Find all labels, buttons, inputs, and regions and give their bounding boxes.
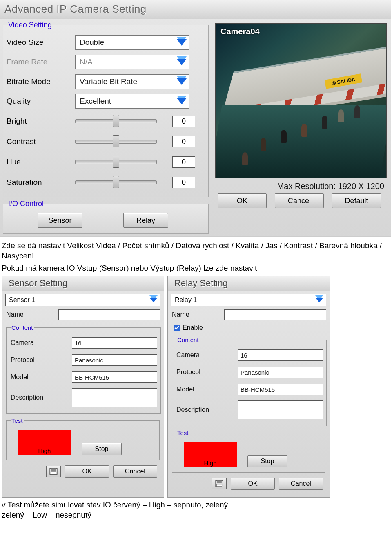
sensor-description-label: Description bbox=[11, 394, 72, 401]
sensor-camera-label: Camera bbox=[11, 339, 72, 347]
relay-enable-checkbox[interactable] bbox=[174, 325, 180, 331]
sensor-setting-dialog: Sensor Setting Sensor 1 Name Content Cam… bbox=[2, 276, 164, 498]
camera-preview: ◎ SALIDA Camera04 bbox=[215, 23, 387, 178]
video-setting-legend: Video Setting bbox=[7, 21, 53, 29]
relay-select[interactable]: Relay 1 bbox=[171, 294, 326, 306]
video-size-value: Double bbox=[80, 38, 104, 47]
bitrate-mode-value: Variable Bit Rate bbox=[80, 77, 137, 86]
relay-title: Relay Setting bbox=[168, 276, 330, 291]
sensor-model-label: Model bbox=[11, 373, 72, 381]
bright-label: Bright bbox=[7, 117, 75, 126]
relay-ok-button[interactable]: OK bbox=[231, 478, 275, 490]
svg-rect-1 bbox=[51, 469, 56, 471]
saturation-label: Saturation bbox=[7, 178, 75, 187]
relay-model-label: Model bbox=[176, 386, 238, 393]
sensor-protocol-label: Protocol bbox=[11, 356, 72, 364]
sensor-title: Sensor Setting bbox=[2, 276, 164, 291]
sensor-model-value: BB-HCM515 bbox=[72, 371, 157, 383]
quality-value: Excellent bbox=[80, 97, 111, 106]
relay-description-input[interactable] bbox=[238, 400, 323, 419]
sensor-protocol-value: Panasonic bbox=[72, 354, 157, 366]
chevron-down-icon bbox=[315, 298, 323, 302]
cancel-button[interactable]: Cancel bbox=[275, 193, 324, 208]
ok-button[interactable]: OK bbox=[218, 193, 267, 208]
relay-cancel-button[interactable]: Cancel bbox=[279, 478, 323, 490]
sensor-test-legend: Test bbox=[11, 417, 24, 424]
chevron-down-icon bbox=[177, 98, 187, 104]
relay-test-legend: Test bbox=[176, 429, 189, 436]
sensor-ok-button[interactable]: OK bbox=[65, 465, 109, 478]
bottom-paragraph-1: v Test můžete simulovat stav IO červený … bbox=[2, 500, 390, 510]
relay-camera-label: Camera bbox=[176, 351, 238, 359]
hue-value[interactable]: 0 bbox=[172, 156, 195, 168]
frame-rate-dropdown[interactable]: N/A bbox=[75, 55, 189, 69]
relay-model-value: BB-HCM515 bbox=[238, 384, 323, 395]
bright-value[interactable]: 0 bbox=[172, 116, 195, 127]
default-button[interactable]: Default bbox=[332, 193, 381, 208]
sensor-cancel-button[interactable]: Cancel bbox=[113, 465, 157, 478]
bitrate-mode-label: Bitrate Mode bbox=[7, 77, 75, 86]
relay-enable-label: Enable bbox=[183, 324, 203, 331]
save-icon[interactable] bbox=[46, 466, 61, 477]
relay-name-label: Name bbox=[172, 311, 224, 318]
sensor-name-label: Name bbox=[6, 311, 58, 318]
relay-stop-button[interactable]: Stop bbox=[247, 455, 287, 467]
io-control-legend: I/O Control bbox=[7, 200, 45, 208]
sensor-camera-value: 16 bbox=[72, 337, 157, 349]
adv-title: Advanced IP Camera Setting bbox=[0, 0, 391, 19]
relay-test-group: Test High Stop bbox=[172, 429, 325, 473]
saturation-value[interactable]: 0 bbox=[172, 177, 195, 188]
hue-label: Hue bbox=[7, 158, 75, 167]
description-paragraph-2: Pokud má kamera IO Vstup (Sensor) nebo V… bbox=[0, 263, 392, 276]
frame-rate-value: N/A bbox=[80, 58, 93, 67]
sensor-stop-button[interactable]: Stop bbox=[82, 443, 122, 455]
relay-protocol-value: Panasonic bbox=[238, 367, 323, 378]
sensor-content-legend: Content bbox=[11, 324, 34, 331]
chevron-down-icon bbox=[149, 298, 158, 302]
bright-slider[interactable] bbox=[75, 116, 157, 127]
relay-camera-value: 16 bbox=[238, 349, 323, 361]
save-icon[interactable] bbox=[212, 478, 227, 489]
contrast-label: Contrast bbox=[7, 137, 75, 146]
bottom-paragraph-2: zelený – Low – nesepnutý bbox=[2, 510, 390, 520]
contrast-value[interactable]: 0 bbox=[172, 136, 195, 147]
video-size-label: Video Size bbox=[7, 38, 75, 47]
svg-rect-4 bbox=[217, 481, 222, 483]
chevron-down-icon bbox=[177, 59, 187, 65]
relay-protocol-label: Protocol bbox=[176, 369, 238, 376]
relay-test-indicator: High bbox=[184, 442, 237, 467]
sensor-content-group: Content Camera 16 Protocol Panasonic Mod… bbox=[6, 324, 161, 414]
svg-rect-2 bbox=[51, 472, 56, 474]
relay-description-label: Description bbox=[176, 406, 238, 413]
relay-setting-dialog: Relay Setting Relay 1 Name Enable Conten… bbox=[167, 276, 330, 498]
sensor-description-input[interactable] bbox=[72, 388, 157, 407]
quality-label: Quality bbox=[7, 97, 75, 106]
sensor-test-group: Test High Stop bbox=[6, 417, 160, 460]
sensor-test-indicator: High bbox=[18, 430, 71, 455]
saturation-slider[interactable] bbox=[75, 177, 157, 188]
hue-slider[interactable] bbox=[75, 156, 157, 168]
frame-rate-label: Frame Rate bbox=[7, 58, 75, 67]
quality-dropdown[interactable]: Excellent bbox=[75, 94, 189, 109]
io-control-group: I/O Control Sensor Relay bbox=[3, 200, 209, 234]
relay-select-value: Relay 1 bbox=[175, 296, 197, 304]
adv-ip-camera-window: Advanced IP Camera Setting Video Setting… bbox=[0, 0, 391, 237]
description-paragraph-1: Zde se dá nastavit Velikost Videa / Poče… bbox=[0, 237, 392, 263]
contrast-slider[interactable] bbox=[75, 136, 157, 147]
sensor-name-input[interactable] bbox=[58, 309, 160, 320]
relay-content-legend: Content bbox=[176, 336, 200, 343]
sensor-select[interactable]: Sensor 1 bbox=[5, 294, 160, 306]
chevron-down-icon bbox=[177, 78, 187, 85]
bitrate-mode-dropdown[interactable]: Variable Bit Rate bbox=[75, 74, 189, 89]
max-resolution-label: Max Resolution: 1920 X 1200 bbox=[215, 178, 387, 191]
sensor-button[interactable]: Sensor bbox=[38, 213, 82, 228]
video-setting-group: Video Setting Video Size Double Frame Ra… bbox=[3, 21, 209, 197]
video-size-dropdown[interactable]: Double bbox=[75, 35, 189, 50]
relay-name-input[interactable] bbox=[224, 309, 326, 320]
relay-content-group: Content Camera 16 Protocol Panasonic Mod… bbox=[172, 336, 327, 426]
relay-button[interactable]: Relay bbox=[123, 213, 168, 228]
camera-overlay-label: Camera04 bbox=[220, 27, 260, 36]
sensor-select-value: Sensor 1 bbox=[9, 296, 35, 304]
chevron-down-icon bbox=[177, 39, 187, 46]
svg-rect-5 bbox=[216, 484, 222, 487]
